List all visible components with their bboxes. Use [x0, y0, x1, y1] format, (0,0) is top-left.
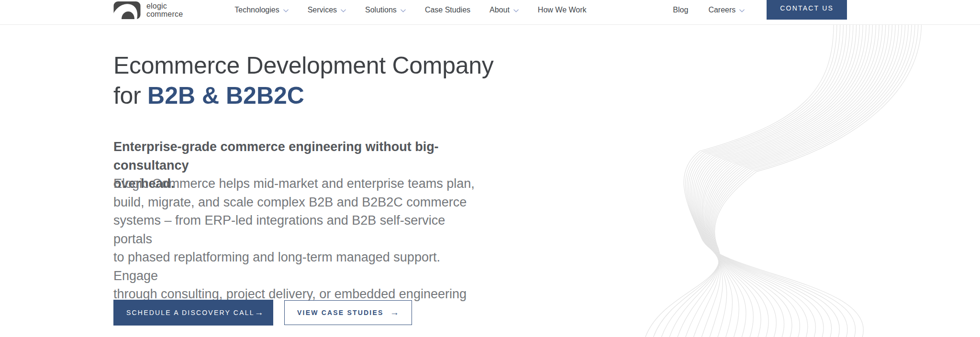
schedule-discovery-call-button[interactable]: SCHEDULE A DISCOVERY CALL →: [113, 300, 273, 326]
chevron-down-icon: [341, 9, 346, 12]
view-case-studies-label: VIEW CASE STUDIES: [297, 309, 384, 316]
nav-item-label: About: [490, 6, 510, 14]
nav-item-technologies[interactable]: Technologies: [234, 6, 288, 14]
site-header: elogic commerce Technologies Services So…: [0, 0, 980, 25]
view-case-studies-button[interactable]: VIEW CASE STUDIES →: [284, 300, 412, 325]
chevron-down-icon: [739, 9, 745, 12]
chevron-down-icon: [401, 9, 406, 12]
hero-section: Ecommerce Development Company for B2B & …: [0, 0, 980, 337]
chevron-down-icon: [283, 9, 289, 12]
main-nav: Technologies Services Solutions Case Stu…: [234, 6, 586, 14]
logo-icon: [113, 1, 141, 19]
nav-item-label: Technologies: [234, 6, 279, 14]
header-inner: elogic commerce Technologies Services So…: [0, 0, 980, 20]
nav-item-careers[interactable]: Careers: [708, 6, 745, 14]
schedule-discovery-call-label: SCHEDULE A DISCOVERY CALL: [126, 309, 255, 316]
arrow-right-icon: →: [390, 307, 399, 318]
nav-item-label: Blog: [673, 6, 688, 14]
arrow-right-icon: →: [255, 307, 264, 318]
nav-item-case-studies[interactable]: Case Studies: [425, 6, 470, 14]
secondary-nav: Blog Careers: [673, 6, 745, 14]
logo-text-line2: commerce: [146, 10, 183, 18]
nav-item-how-we-work[interactable]: How We Work: [538, 6, 587, 14]
nav-item-label: Services: [308, 6, 337, 14]
nav-item-services[interactable]: Services: [308, 6, 346, 14]
hero-title-line1: Ecommerce Development Company: [113, 52, 493, 79]
logo-text: elogic commerce: [146, 2, 183, 18]
nav-item-solutions[interactable]: Solutions: [365, 6, 406, 14]
nav-item-blog[interactable]: Blog: [673, 6, 688, 14]
nav-item-label: Careers: [708, 6, 735, 14]
hero-title-highlight: B2B & B2B2C: [147, 82, 304, 109]
nav-item-label: How We Work: [538, 6, 587, 14]
logo-text-line1: elogic: [146, 2, 183, 10]
cta-row: SCHEDULE A DISCOVERY CALL → VIEW CASE ST…: [113, 300, 412, 326]
hero-title-prefix: for: [113, 82, 147, 109]
contact-us-button[interactable]: CONTACT US: [767, 0, 847, 20]
nav-item-label: Solutions: [365, 6, 397, 14]
hero-title: Ecommerce Development Company for B2B & …: [113, 51, 493, 111]
chevron-down-icon: [513, 9, 519, 12]
logo[interactable]: elogic commerce: [113, 1, 183, 19]
nav-item-about[interactable]: About: [490, 6, 519, 14]
nav-item-label: Case Studies: [425, 6, 470, 14]
